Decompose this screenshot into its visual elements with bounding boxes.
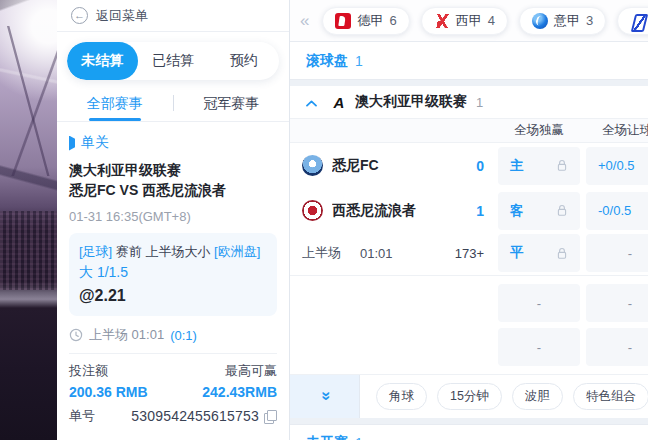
match-time-info: 上半场 01:01 173+ <box>302 244 498 262</box>
odds-cell-home-win[interactable]: 主 <box>498 147 580 185</box>
empty-value: - <box>537 340 541 355</box>
section-upcoming[interactable]: 未开赛 1 <box>290 424 648 440</box>
away-score: 1 <box>476 203 484 219</box>
home-team-name: 悉尼FC <box>332 157 379 175</box>
settle-tab-bar: 未结算 已结算 预约 <box>67 42 279 80</box>
lock-icon <box>556 159 568 172</box>
bundesliga-icon <box>335 13 351 29</box>
league-tab-laliga[interactable]: 西甲 4 <box>421 7 508 35</box>
chevron-double-down-icon: « <box>315 393 335 400</box>
empty-odds-cell[interactable]: - <box>498 284 580 322</box>
back-label: 返回菜单 <box>96 7 148 25</box>
match-clock: 01:01 <box>360 246 393 261</box>
chevron-up-icon[interactable] <box>300 93 322 111</box>
empty-value: - <box>628 340 648 355</box>
max-win-value: 242.43RMB <box>202 384 277 400</box>
bet-matchup: 悉尼FC VS 西悉尼流浪者 <box>69 180 277 200</box>
market-pill-corners[interactable]: 角球 <box>376 383 427 410</box>
subtab-all-events[interactable]: 全部赛事 <box>57 84 173 121</box>
copy-icon[interactable] <box>264 410 277 423</box>
empty-value: - <box>628 296 648 311</box>
bet-league-name: 澳大利亚甲级联赛 <box>69 160 277 180</box>
market-count: 173+ <box>455 246 484 261</box>
order-number: 5309542455615753 <box>131 408 259 424</box>
collapse-left-icon[interactable]: « <box>298 11 311 31</box>
column-fulltime-1x2: 全场独赢 <box>498 122 580 139</box>
subtab-champion-events[interactable]: 冠军赛事 <box>174 84 290 121</box>
match-row-time: 上半场 01:01 173+ 平 - <box>290 233 648 273</box>
upcoming-count: 1 <box>355 435 363 440</box>
league-tab-count: 6 <box>389 13 396 28</box>
league-tab-ligue1[interactable]: 法甲 3 <box>617 7 648 35</box>
stake-values-row: 200.36 RMB 242.43RMB <box>69 384 277 400</box>
section-inplay[interactable]: 滚球盘 1 <box>290 42 648 80</box>
odds-panel: « 德甲 6 西甲 4 意甲 3 法甲 3 滚球盘 1 <box>290 0 648 440</box>
empty-odds-cell[interactable]: - <box>498 328 580 366</box>
market-pill-15min[interactable]: 15分钟 <box>437 383 502 410</box>
league-tab-bundesliga[interactable]: 德甲 6 <box>322 7 409 35</box>
odds-cell-draw[interactable]: 平 <box>498 234 580 272</box>
team-info: 西悉尼流浪者 1 <box>302 200 498 221</box>
league-tab-seriea[interactable]: 意甲 3 <box>519 7 606 35</box>
bet-type-row: 单关 <box>69 134 277 152</box>
lock-icon <box>556 204 568 217</box>
bet-kickoff-time: 01-31 16:35(GMT+8) <box>69 209 277 224</box>
max-win-label: 最高可赢 <box>225 362 277 380</box>
market-pill-correct-score[interactable]: 波胆 <box>512 383 563 410</box>
expand-markets-button[interactable]: « <box>290 375 360 418</box>
odds-cell-draw-handicap[interactable]: - <box>586 234 648 272</box>
wanderers-badge-icon <box>302 200 323 221</box>
stadium-photo <box>0 0 57 440</box>
bet-market-line: [足球] 赛前 上半场大小 [欧洲盘] <box>79 242 267 261</box>
clock-icon <box>69 328 83 342</box>
back-arrow-icon: ← <box>71 7 88 24</box>
order-label: 单号 <box>69 407 95 425</box>
betslip-sidebar: ← 返回菜单 未结算 已结算 预约 全部赛事 冠军赛事 单关 澳大利亚甲级联赛 … <box>57 0 290 440</box>
league-tab-label: 西甲 <box>456 12 482 30</box>
upcoming-label: 未开赛 <box>306 434 348 440</box>
match-period: 上半场 <box>302 244 341 262</box>
empty-odds-cell[interactable]: - <box>586 284 648 322</box>
league-match-count: 1 <box>476 95 483 110</box>
league-header[interactable]: A 澳大利亚甲级联赛 1 <box>290 86 648 119</box>
odds-cell-away-win[interactable]: 客 <box>498 192 580 230</box>
inplay-count: 1 <box>355 53 363 69</box>
empty-value: - <box>537 296 541 311</box>
league-tab-count: 3 <box>586 13 593 28</box>
bet-selection: 大 1/1.5 <box>79 262 267 283</box>
inplay-label: 滚球盘 <box>306 52 348 70</box>
odds-cell-away-handicap[interactable]: -0/0.5 <box>586 192 648 230</box>
market-pill-specials[interactable]: 特色组合 <box>573 383 648 410</box>
league-name: 澳大利亚甲级联赛 <box>355 93 467 111</box>
tab-reserved[interactable]: 预约 <box>208 42 279 80</box>
back-to-menu-button[interactable]: ← 返回菜单 <box>57 0 289 32</box>
sydney-fc-badge-icon <box>302 155 323 176</box>
aleague-logo-icon: A <box>330 94 348 111</box>
tab-unsettled[interactable]: 未结算 <box>67 42 138 80</box>
bet-odds: @2.21 <box>79 284 267 307</box>
ligue1-icon <box>630 13 646 29</box>
bet-type-label: 单关 <box>81 134 109 152</box>
tab-settled[interactable]: 已结算 <box>138 42 209 80</box>
live-period: 上半场 01:01 <box>89 326 164 344</box>
stake-labels-row: 投注额 最高可赢 <box>69 362 277 380</box>
bet-detail-box: [足球] 赛前 上半场大小 [欧洲盘] 大 1/1.5 @2.21 <box>69 233 277 316</box>
market-pill-list: 角球 15分钟 波胆 特色组合 罚牌 <box>360 375 648 418</box>
lock-icon <box>556 247 568 260</box>
empty-odds-cell[interactable]: - <box>586 328 648 366</box>
handicap-value: -0/0.5 <box>598 203 631 218</box>
pick-label: 主 <box>510 157 524 175</box>
pick-label: 客 <box>510 202 524 220</box>
divider <box>69 353 277 354</box>
stake-label: 投注额 <box>69 362 108 380</box>
league-tab-bar: « 德甲 6 西甲 4 意甲 3 法甲 3 <box>290 0 648 42</box>
seriea-icon <box>532 13 548 29</box>
event-subtabs: 全部赛事 冠军赛事 <box>57 84 289 122</box>
pick-label: 平 <box>510 244 524 262</box>
handicap-value: +0/0.5 <box>598 158 635 173</box>
bet-type-marker-icon <box>69 136 75 151</box>
odds-cell-home-handicap[interactable]: +0/0.5 <box>586 147 648 185</box>
empty-market-row: - - <box>302 328 648 366</box>
more-markets-bar: « 角球 15分钟 波胆 特色组合 罚牌 <box>290 374 648 418</box>
live-status-row: 上半场 01:01 (0:1) <box>69 326 277 344</box>
